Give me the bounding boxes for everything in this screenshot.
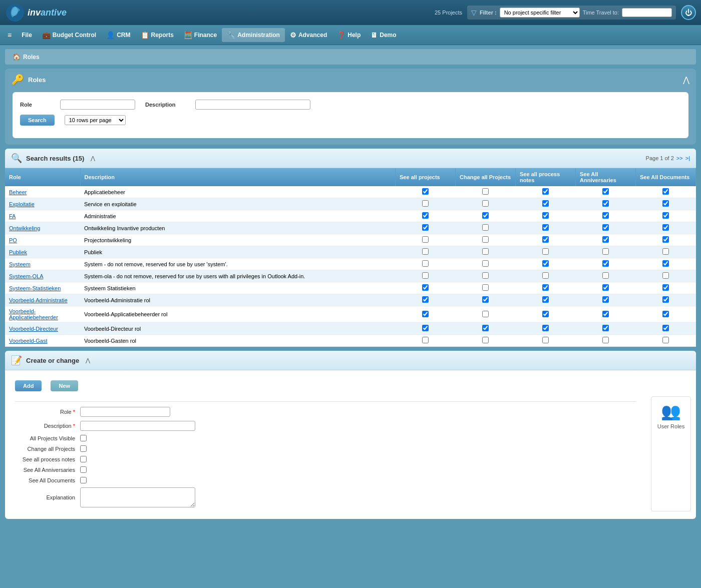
change-all-checkbox[interactable] [482,224,489,231]
change-all-checkbox[interactable] [482,200,489,207]
see-process-checkbox[interactable] [542,224,549,231]
new-button[interactable]: New [51,380,78,391]
see-docs-checkbox[interactable] [662,311,669,317]
role-link[interactable]: Systeem-OLA [9,273,43,279]
see-process-checkbox[interactable] [542,337,549,343]
see-anniv-checkbox[interactable] [602,248,609,255]
role-link[interactable]: Voorbeeld-Applicatiebeheerder [9,308,58,320]
explanation-textarea[interactable] [80,487,195,507]
role-link[interactable]: Systeem [9,261,31,267]
see-docs-checkbox[interactable] [662,200,669,207]
create-role-input[interactable] [80,407,170,417]
see-anniv-checkbox[interactable] [602,188,609,195]
see-all-checkbox[interactable] [422,200,429,207]
see-all-checkbox[interactable] [422,236,429,243]
change-all-checkbox[interactable] [482,311,489,317]
see-process-checkbox[interactable] [542,212,549,219]
see-docs-checkbox[interactable] [662,236,669,243]
see-process-checkbox[interactable] [542,188,549,195]
see-docs-checkbox[interactable] [662,325,669,331]
role-link[interactable]: PO [9,237,17,243]
see-docs-checkbox[interactable] [662,260,669,267]
search-collapse-btn[interactable]: ⋀ [683,75,689,85]
see-docs-checkbox[interactable] [662,212,669,219]
add-button[interactable]: Add [15,380,42,391]
see-anniv-checkbox[interactable] [602,296,609,303]
see-docs-checkbox[interactable] [662,272,669,279]
see-anniv-checkbox[interactable] [602,311,609,317]
nav-item-demo[interactable]: 🖥 Demo [366,28,401,42]
nav-item-file[interactable]: File [17,29,37,42]
see-process-checkbox[interactable] [542,236,549,243]
see-all-checkbox[interactable] [422,248,429,255]
see-process-checkbox[interactable] [542,248,549,255]
see-anniv-checkbox[interactable] [602,325,609,331]
role-link[interactable]: Voorbeeld-Directeur [9,326,58,332]
role-link[interactable]: Voorbeeld-Administratie [9,297,68,303]
create-collapse-btn[interactable]: ⋀ [86,357,90,364]
see-all-checkbox[interactable] [422,296,429,303]
see-process-checkbox[interactable] [542,272,549,279]
role-link[interactable]: Ontwikkeling [9,225,40,231]
see-process-checkbox[interactable] [542,296,549,303]
see-process-checkbox[interactable] [542,200,549,207]
create-description-input[interactable] [80,421,195,431]
see-anniv-checkbox[interactable] [80,466,87,473]
description-input[interactable] [195,100,310,110]
see-anniv-checkbox[interactable] [602,272,609,279]
rows-per-page-select[interactable]: 10 rows per page 25 rows per page 50 row… [65,115,126,125]
see-process-checkbox[interactable] [542,284,549,291]
see-all-checkbox[interactable] [422,337,429,343]
all-projects-checkbox[interactable] [80,435,87,441]
see-all-checkbox[interactable] [422,311,429,317]
change-all-checkbox[interactable] [482,212,489,219]
change-all-checkbox[interactable] [482,260,489,267]
see-docs-checkbox[interactable] [662,337,669,343]
change-all-checkbox[interactable] [482,284,489,291]
nav-item-administration[interactable]: 🔧 Administration [222,28,285,42]
filter-select[interactable]: No project specific filter All Projects [500,8,580,18]
see-all-checkbox[interactable] [422,260,429,267]
see-all-checkbox[interactable] [422,188,429,195]
see-anniv-checkbox[interactable] [602,337,609,343]
see-anniv-checkbox[interactable] [602,200,609,207]
user-roles-button[interactable]: 👥 User Roles [651,396,691,511]
see-anniv-checkbox[interactable] [602,284,609,291]
power-button[interactable]: ⏻ [681,5,696,20]
nav-item-finance[interactable]: 🧮 Finance [179,28,222,42]
see-anniv-checkbox[interactable] [602,260,609,267]
see-docs-checkbox[interactable] [662,188,669,195]
see-docs-checkbox[interactable] [662,224,669,231]
role-link[interactable]: Exploitatie [9,201,35,207]
change-all-checkbox[interactable] [482,272,489,279]
see-anniv-checkbox[interactable] [602,224,609,231]
time-travel-input[interactable] [622,8,672,17]
change-all-checkbox[interactable] [482,188,489,195]
see-process-checkbox[interactable] [80,456,87,462]
see-all-checkbox[interactable] [422,272,429,279]
see-process-checkbox[interactable] [542,311,549,317]
change-all-checkbox[interactable] [482,296,489,303]
see-docs-checkbox[interactable] [662,284,669,291]
see-docs-checkbox[interactable] [662,296,669,303]
see-anniv-checkbox[interactable] [602,236,609,243]
see-docs-checkbox[interactable] [80,477,87,483]
change-all-checkbox[interactable] [482,248,489,255]
search-button[interactable]: Search [20,115,55,126]
pagination-last[interactable]: >| [685,155,690,161]
change-all-checkbox[interactable] [482,236,489,243]
nav-item-reports[interactable]: 📋 Reports [136,28,179,42]
see-all-checkbox[interactable] [422,224,429,231]
see-anniv-checkbox[interactable] [602,212,609,219]
role-link[interactable]: FA [9,213,16,219]
role-input[interactable] [60,100,135,110]
pagination-next[interactable]: >> [676,155,683,161]
see-all-checkbox[interactable] [422,325,429,331]
role-link[interactable]: Beheer [9,189,27,195]
nav-item-menu[interactable]: ≡ [3,28,17,42]
nav-item-crm[interactable]: 👤 CRM [101,28,135,42]
nav-item-help[interactable]: ❓ Help [332,28,366,42]
nav-item-budget[interactable]: 💼 Budget Control [37,28,101,42]
see-all-checkbox[interactable] [422,284,429,291]
change-projects-checkbox[interactable] [80,445,87,452]
